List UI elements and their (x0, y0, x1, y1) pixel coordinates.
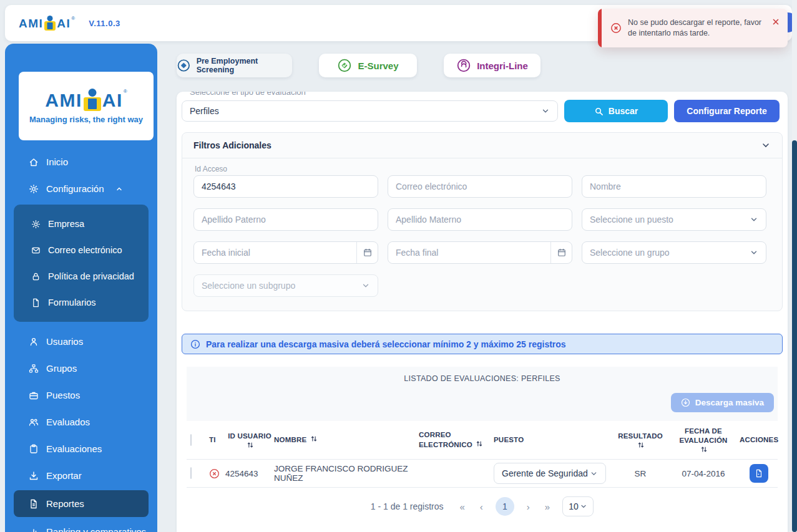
briefcase-icon (29, 390, 39, 400)
subgrupo-select[interactable]: Seleccione un subgrupo (193, 274, 378, 297)
eval-type-select[interactable]: Perfiles (182, 100, 558, 122)
sidebar-item-ranking-comparativos[interactable]: Ranking y comparativos (5, 518, 157, 532)
row-checkbox[interactable] (190, 467, 192, 479)
sidebar-item-politica-privacidad[interactable]: Política de privacidad (14, 263, 149, 289)
sort-icon[interactable] (476, 442, 483, 449)
apellido-materno-input[interactable] (388, 208, 572, 231)
table-title: LISTADO DE EVALUACIONES: PERFILES (190, 374, 774, 383)
sort-icon[interactable] (637, 441, 645, 449)
app-logo: AMI AI ® (19, 16, 75, 31)
logo-figure-icon (83, 89, 102, 111)
report-icon (29, 499, 39, 509)
download-icon (29, 471, 39, 481)
cell-puesto-select[interactable]: Gerente de Seguridad (494, 463, 606, 484)
amitai-logo-icon: AMI AI ® (19, 16, 75, 31)
chevron-down-icon (761, 140, 771, 150)
col-id-usuario[interactable]: ID USUARIO (225, 432, 274, 449)
logo-tagline: Managing risks, the right way (29, 115, 143, 124)
first-page-button[interactable]: « (457, 501, 467, 512)
document-icon (755, 469, 763, 478)
sidebar-item-usuarios[interactable]: Usuarios (5, 328, 157, 355)
search-row: Perfiles Buscar Configurar Reporte (182, 100, 783, 122)
next-page-button[interactable]: › (524, 501, 532, 512)
sort-icon[interactable] (247, 441, 254, 449)
integri-line-icon (456, 58, 471, 73)
sidebar-item-evaluados[interactable]: Evaluados (5, 409, 157, 435)
tab-integri-line[interactable]: Integri-Line (444, 54, 540, 77)
banner-text: Para realizar una descarga masiva deberá… (206, 339, 566, 349)
prev-page-button[interactable]: ‹ (477, 501, 486, 512)
page-size-select[interactable]: 10 (562, 496, 594, 516)
last-page-button[interactable]: » (542, 501, 552, 512)
evaluaciones-table: LISTADO DE EVALUACIONES: PERFILES Descar… (187, 367, 778, 523)
product-tabs: Pre Employment Screening E-Survey Integr… (177, 54, 540, 77)
chevron-down-icon (541, 107, 550, 115)
filtros-adicionales-header[interactable]: Filtros Adicionales (182, 133, 782, 158)
puesto-select[interactable]: Seleccione un puesto (582, 208, 766, 231)
error-circle-icon (610, 22, 622, 34)
id-acceso-input[interactable] (193, 175, 378, 198)
grupo-select[interactable]: Seleccione un grupo (582, 241, 766, 264)
page-number-button[interactable]: 1 (496, 497, 514, 516)
sidebar-item-evaluaciones[interactable]: Evaluaciones (5, 435, 157, 462)
sidebar-item-reportes[interactable]: Reportes (14, 490, 149, 517)
fecha-final-input[interactable] (388, 242, 550, 263)
descarga-masiva-button[interactable]: Descarga masiva (671, 393, 774, 412)
filtros-adicionales-panel: Filtros Adicionales Id Acceso Seleccione… (182, 132, 783, 311)
scrollbar-thumb[interactable] (792, 140, 797, 532)
pre-employment-icon (177, 58, 191, 73)
buscar-button[interactable]: Buscar (564, 100, 668, 122)
apellido-paterno-input[interactable] (193, 208, 378, 231)
nombre-input[interactable] (582, 175, 766, 198)
sidebar-item-grupos[interactable]: Grupos (5, 355, 157, 382)
id-acceso-field: Id Acceso (193, 165, 378, 198)
sidebar-item-inicio[interactable]: Inicio (5, 148, 157, 175)
chevron-up-icon (115, 185, 123, 193)
sort-icon[interactable] (310, 437, 318, 444)
sidebar-item-correo-electronico[interactable]: Correo electrónico (14, 237, 149, 263)
sidebar-item-exportar[interactable]: Exportar (5, 462, 157, 489)
col-fecha[interactable]: FECHA DE EVALUACIÓN (667, 427, 740, 453)
gear-icon (31, 220, 41, 229)
eval-type-label: Seleccione el tipo de evaluación (190, 92, 783, 97)
info-icon (190, 339, 200, 349)
registered-mark: ® (71, 16, 75, 21)
logo-figure-icon (44, 16, 56, 31)
logo-text-left: AMI (19, 17, 43, 31)
sidebar-logo-card: AMI AI ® Managing risks, the right way (19, 72, 154, 140)
pagination: 1 - 1 de 1 registros « ‹ 1 › » 10 (187, 488, 778, 523)
configuracion-submenu: Empresa Correo electrónico Política de p… (14, 205, 149, 322)
tab-pre-employment-screening[interactable]: Pre Employment Screening (177, 54, 292, 77)
calendar-icon[interactable] (550, 242, 572, 263)
home-icon (29, 157, 39, 167)
tab-e-survey[interactable]: E-Survey (319, 54, 417, 77)
user-icon (29, 337, 39, 347)
sidebar-item-empresa[interactable]: Empresa (14, 211, 149, 237)
configurar-reporte-button[interactable]: Configurar Reporte (674, 100, 780, 122)
fecha-inicial-input[interactable] (194, 242, 356, 263)
sidebar-item-configuracion[interactable]: Configuración (5, 175, 157, 202)
col-correo[interactable]: CORREO ELECTRÓNICO (419, 430, 494, 450)
search-icon (594, 107, 604, 116)
view-report-button[interactable] (750, 464, 768, 483)
table-row: 4254643 JORGE FRANCISCO RODRIGUEZ NUÑEZ … (187, 460, 778, 488)
correo-electronico-input[interactable] (388, 175, 572, 198)
download-circle-icon (681, 398, 690, 407)
chevron-down-icon (580, 503, 587, 510)
chevron-down-icon (750, 248, 758, 257)
col-nombre[interactable]: NOMBRE (274, 435, 419, 445)
sidebar-item-puestos[interactable]: Puestos (5, 382, 157, 409)
filtros-body: Id Acceso Seleccione un puesto (182, 158, 782, 311)
col-resultado[interactable]: RESULTADO (614, 432, 667, 449)
chevron-down-icon (750, 215, 758, 224)
calendar-icon[interactable] (356, 242, 378, 263)
fecha-inicial-field (193, 241, 378, 264)
toast-close-icon[interactable] (771, 17, 780, 26)
sort-icon[interactable] (700, 445, 708, 453)
sidebar-item-formularios[interactable]: Formularios (14, 289, 149, 316)
table-header-row: TI ID USUARIO NOMBRE CORREO ELECTRÓNICO (187, 421, 778, 460)
toast-accent-bar (598, 9, 602, 47)
amitai-logo-large-icon: AMI AI ® (45, 89, 127, 111)
cell-nombre: JORGE FRANCISCO RODRIGUEZ NUÑEZ (274, 464, 419, 483)
select-all-checkbox[interactable] (190, 434, 192, 446)
